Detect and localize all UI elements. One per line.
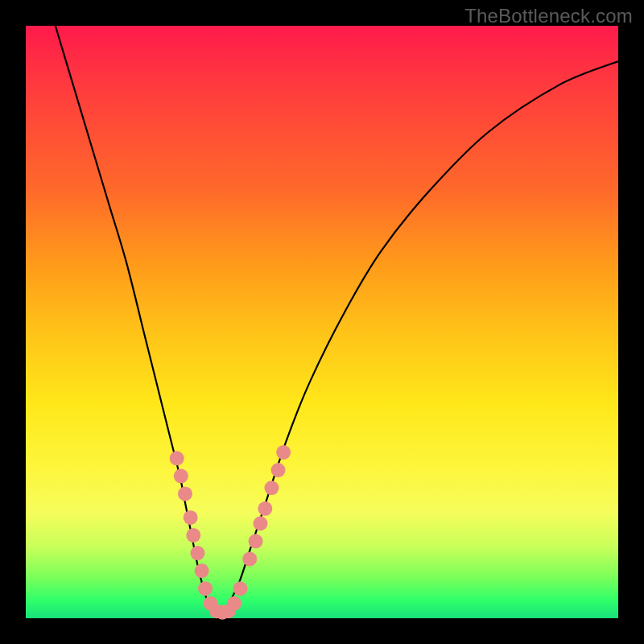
data-point xyxy=(198,581,213,596)
data-points xyxy=(170,445,291,620)
data-point xyxy=(170,451,184,465)
data-point xyxy=(249,534,263,548)
curve-svg xyxy=(26,26,618,618)
data-point xyxy=(178,486,192,501)
plot-area xyxy=(26,26,618,618)
data-point xyxy=(276,445,291,460)
chart-frame: TheBottleneck.com xyxy=(0,0,644,644)
data-point xyxy=(264,481,279,495)
data-point xyxy=(253,516,267,530)
data-point xyxy=(227,597,242,611)
data-point xyxy=(233,581,247,596)
bottleneck-curve xyxy=(56,26,618,617)
data-point xyxy=(174,469,188,483)
watermark-text: TheBottleneck.com xyxy=(464,5,633,27)
data-point xyxy=(195,564,209,578)
data-point xyxy=(242,551,257,566)
data-point xyxy=(190,546,204,560)
data-point xyxy=(258,502,272,516)
data-point xyxy=(186,528,200,543)
data-point xyxy=(271,463,286,477)
data-point xyxy=(184,510,198,525)
